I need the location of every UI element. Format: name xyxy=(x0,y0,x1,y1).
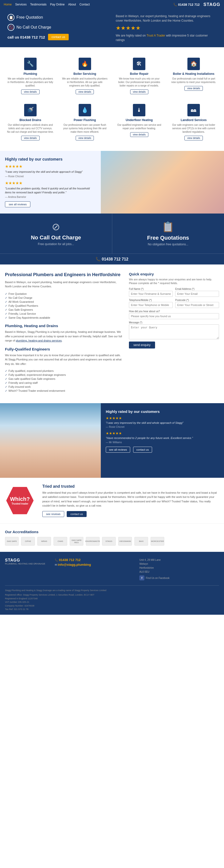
which-section: Which? Trusted trader Tried and trusted … xyxy=(0,478,224,523)
features-banner: ⊘ No Call Out Charge Free quotation for … xyxy=(0,214,224,253)
fq-gas-safe: Gas safe qualified Gas Safe engineers xyxy=(5,377,123,381)
service-boiler-repair: 🛠 Boiler Repair We know how much you rel… xyxy=(114,55,165,97)
plumbing-details-link[interactable]: view details xyxy=(21,90,39,94)
lower-t1-quote: "I was very impressed by the skill and w… xyxy=(106,421,219,425)
main-intro: Based in Welwyn, our expert plumbing, he… xyxy=(5,280,123,289)
accreditations-title: Our Accreditations xyxy=(5,530,219,534)
usp-qualified-plumbers: Fully Qualified Plumbers xyxy=(5,304,123,308)
nav-phone: 📞 01438 712 712 xyxy=(173,3,200,6)
lower-contact-us-button[interactable]: contact us xyxy=(133,447,152,453)
testimonial1-author: — Rosie Chicnet xyxy=(5,175,96,178)
boiler-repair-icon: 🛠 xyxy=(133,58,145,70)
main-title: Professional Plumbers and Engineers in H… xyxy=(5,272,123,278)
power-flushing-details-link[interactable]: view details xyxy=(76,136,94,141)
service-blocked-drains: 🚿 Blocked Drains Our skilled engineers u… xyxy=(5,101,56,144)
phone-icon: 📞 xyxy=(173,3,177,6)
nav-testimonials[interactable]: Testimonials xyxy=(30,3,47,6)
footer-phone-link[interactable]: 01438 712 712 xyxy=(59,558,81,562)
which-contact-us-button[interactable]: contact us xyxy=(67,511,87,517)
plumbing-icon: 🔧 xyxy=(24,58,36,70)
accred-worcester: WORCESTER xyxy=(150,537,164,546)
accred-viessmann: VIESSMANN xyxy=(118,537,132,546)
full-name-input[interactable] xyxy=(129,291,173,297)
how-input[interactable] xyxy=(129,313,219,319)
nav-services[interactable]: Services xyxy=(15,3,27,6)
heating-installations-icon: 🏠 xyxy=(188,58,200,70)
lower-see-reviews-button[interactable]: see all reviews xyxy=(106,447,130,453)
service-underfloor-heating: 🌡 Underfloor Heating Our qualified engin… xyxy=(114,101,165,144)
no-callout-badge: 🚫 No Call Out Charge xyxy=(7,24,108,31)
footer-contact: 📞 01438 712 712 ✉ info@stagg.plumbing xyxy=(55,558,134,580)
footer-copyright: Stagg Plumbing and Heating & Stagg Drain… xyxy=(5,589,219,592)
nav-contact[interactable]: Contact xyxy=(79,3,90,6)
underfloor-heating-details-link[interactable]: view details xyxy=(130,132,148,137)
main-left-column: Professional Plumbers and Engineers in H… xyxy=(5,272,123,396)
accred-envirowaste: ENVIROWASTE xyxy=(86,537,100,546)
message-textarea[interactable] xyxy=(129,324,219,339)
footer-bottom: Stagg Plumbing and Heating & Stagg Drain… xyxy=(5,585,219,611)
usp-free-quotation: Free Quotation xyxy=(5,292,123,296)
fq-insured: Fully-insured work xyxy=(5,385,123,389)
footer-reg-info: Registered office: Stagg Property Servic… xyxy=(5,593,219,611)
accred-gas-safe: GAS SAFE xyxy=(5,537,19,546)
which-buttons: see reviews contact us xyxy=(42,511,218,517)
see-all-reviews-button[interactable]: see all reviews xyxy=(5,202,30,207)
lower-t1-author: — Rosie Chicnet xyxy=(106,426,219,428)
accred-gas-safe-reg: GAS SAFE REG xyxy=(70,537,83,546)
services-link[interactable]: plumbing, heating and drains services xyxy=(16,339,62,342)
free-quotation-banner-icon: 📋 xyxy=(162,221,174,232)
email-input[interactable] xyxy=(175,291,219,297)
which-right-content: Tried and trusted We understand that you… xyxy=(42,484,218,517)
which-badge: Which? Trusted trader xyxy=(6,487,36,514)
usp-gas-safe: Gas Safe Engineers xyxy=(5,308,123,312)
family-photo xyxy=(101,151,224,214)
boiler-servicing-details-link[interactable]: view details xyxy=(76,90,94,94)
send-enquiry-button[interactable]: send enquiry xyxy=(129,342,155,348)
lower-photo xyxy=(0,403,101,478)
fq-plumbers: Fully qualified, experienced plumbers xyxy=(5,369,123,373)
quick-enquiry-title: Quick enquiry xyxy=(129,272,219,276)
nav-about[interactable]: About xyxy=(68,3,76,6)
site-logo: STAGG xyxy=(203,2,220,7)
message-group: Message (*) xyxy=(129,321,219,340)
postcode-input[interactable] xyxy=(175,302,219,308)
accreditations-logos: GAS SAFE CIPHE WRAS CHAS GAS SAFE REG EN… xyxy=(5,537,219,546)
lower-testimonials-section: Highly rated by our customers ★★★★★ "I w… xyxy=(0,403,224,478)
postcode-group: Postcode (*) xyxy=(175,299,219,308)
heating-installations-details-link[interactable]: view details xyxy=(185,86,203,91)
phone-input[interactable] xyxy=(129,302,173,308)
footer-email-link[interactable]: info@stagg.plumbing xyxy=(58,563,91,566)
free-quotation-badge: 📋 Free Quotation xyxy=(7,14,108,21)
no-callout-banner: ⊘ No Call Out Charge Free quotation for … xyxy=(0,214,112,253)
service-landlord: 🏘 Landlord Services Our safe engineers c… xyxy=(168,101,219,144)
blocked-drains-details-link[interactable]: view details xyxy=(21,136,39,141)
quick-enquiry-intro: We are always happy to receive your enqu… xyxy=(129,278,219,285)
usp-all-work: All Work Guaranteed xyxy=(5,300,123,304)
phone-group: Telephone/Mobile (*) xyxy=(129,299,173,308)
navigation: Home Services Testimonials Pay Online Ab… xyxy=(0,0,224,9)
trust-a-trader-link[interactable]: Trust A Trader xyxy=(147,34,165,37)
main-content-section: Professional Plumbers and Engineers in H… xyxy=(0,265,224,403)
testimonials-section: Highly rated by our customers ★★★★★ "I w… xyxy=(0,151,224,214)
usp-same-day: Same Day Appointments available xyxy=(5,316,123,320)
accred-baxi: BAXI xyxy=(134,537,148,546)
contact-us-button[interactable]: contact us xyxy=(48,34,69,40)
quick-enquiry-panel: Quick enquiry We are always happy to rec… xyxy=(129,272,219,396)
lower-photo-image xyxy=(0,403,101,478)
which-see-reviews-button[interactable]: see reviews xyxy=(42,511,64,517)
fq-staff: Friendly and caring staff xyxy=(5,381,123,385)
usp-local: Friendly, Local Service xyxy=(5,312,123,316)
nav-home[interactable]: Home xyxy=(4,3,12,6)
services-grid: 🔧 Plumbing We are reliable and trustwort… xyxy=(5,55,219,144)
which-title: Tried and trusted xyxy=(42,484,218,489)
banner-phone-link[interactable]: 📞 01438 712 712 xyxy=(95,257,128,261)
boiler-repair-details-link[interactable]: view details xyxy=(130,90,148,94)
footer-address-text: Unit 4, 29 Mill Lane Welwyn Hertfordshir… xyxy=(139,558,219,574)
facebook-icon[interactable]: f xyxy=(139,576,144,580)
postcode-label: Postcode (*) xyxy=(175,299,219,302)
landlord-details-link[interactable]: view details xyxy=(185,136,203,141)
nav-pay-online[interactable]: Pay Online xyxy=(50,3,65,6)
service-boiler-servicing: 🔥 Boiler Servicing We are reliable and t… xyxy=(59,55,110,97)
which-hex-badge: Which? Trusted trader xyxy=(6,487,34,514)
quotation-icon: 📋 xyxy=(7,14,15,21)
